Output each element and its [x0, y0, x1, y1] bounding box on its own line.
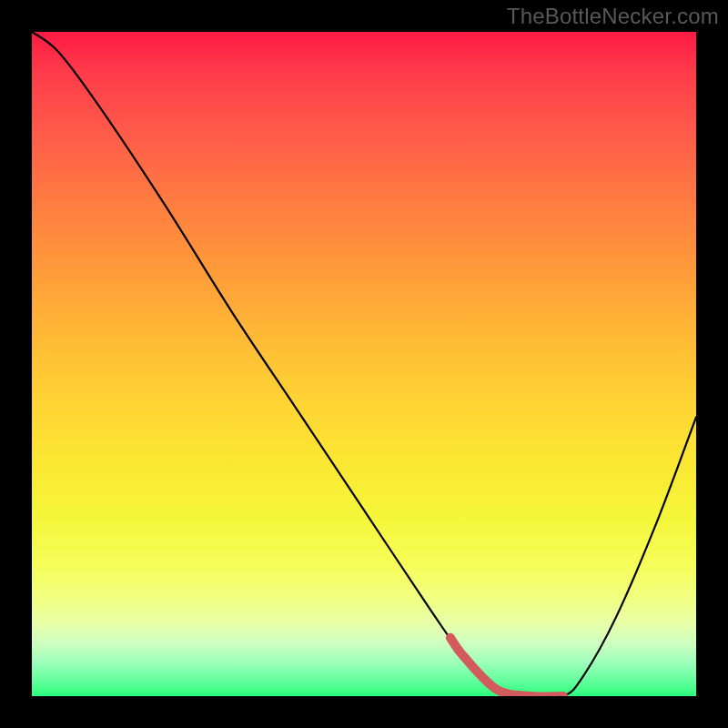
bottleneck-curve: [32, 32, 696, 696]
curve-layer: [32, 32, 696, 696]
optimal-range-highlight: [450, 638, 563, 696]
watermark-text: TheBottleNecker.com: [507, 4, 719, 29]
chart-container: TheBottleNecker.com: [0, 0, 728, 728]
plot-area: [32, 32, 696, 696]
